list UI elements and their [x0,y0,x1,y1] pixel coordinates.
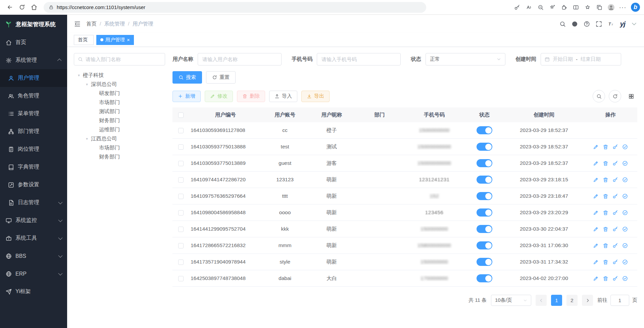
assign-role-icon[interactable] [622,177,628,183]
export-button[interactable]: 导出 [301,91,330,102]
edit-icon[interactable] [593,259,599,265]
delete-icon[interactable] [603,177,608,183]
delete-icon[interactable] [603,276,608,281]
reset-password-icon[interactable] [612,259,618,265]
show-search-button[interactable] [593,90,605,102]
edit-icon[interactable] [593,144,599,150]
delete-icon[interactable] [603,160,608,166]
reset-password-icon[interactable] [612,226,618,232]
tree-node[interactable]: 财务部门 [74,116,165,125]
delete-icon[interactable] [603,226,608,232]
assign-role-icon[interactable] [622,160,628,166]
tree-node[interactable]: 测试部门 [74,107,165,116]
row-checkbox[interactable] [178,276,184,281]
assign-role-icon[interactable] [622,243,628,248]
page-1-button[interactable]: 1 [551,295,562,306]
phone-input[interactable] [317,53,401,65]
edit-icon[interactable] [593,276,599,281]
sidebar-item[interactable]: 岗位管理 [0,140,67,158]
status-toggle[interactable] [477,258,492,266]
row-checkbox[interactable] [178,161,184,166]
assign-role-icon[interactable] [622,210,628,216]
assign-role-icon[interactable] [622,259,628,265]
browser-more-button[interactable]: ··· [617,2,628,13]
delete-icon[interactable] [603,193,608,199]
refresh-table-button[interactable] [609,90,621,102]
status-toggle[interactable] [477,241,492,249]
browser-refresh-button[interactable] [16,2,28,13]
sidebar-item[interactable]: 参数设置 [0,176,67,194]
status-select[interactable]: 正常 [426,53,505,65]
reset-password-icon[interactable] [612,144,618,150]
add-button[interactable]: 新增 [172,91,201,102]
reset-password-icon[interactable] [612,243,618,248]
assign-role-icon[interactable] [622,144,628,150]
tree-node[interactable]: ▾ 江西总公司 [74,134,165,143]
search-button[interactable]: 搜索 [172,71,202,84]
status-toggle[interactable] [477,208,492,217]
edit-icon[interactable] [593,193,599,199]
reset-password-icon[interactable] [612,210,618,216]
bing-icon[interactable]: b [631,3,640,12]
next-page-button[interactable] [582,295,593,306]
tab[interactable]: 首页 [74,35,94,45]
sidebar-item[interactable]: 角色管理 [0,87,67,105]
collections-button[interactable] [594,2,605,13]
read-aloud-button[interactable] [523,2,534,13]
zoom-out-button[interactable] [535,2,546,13]
tree-node[interactable]: 市场部门 [74,143,165,152]
row-checkbox[interactable] [178,194,184,199]
status-toggle[interactable] [477,126,492,134]
delete-icon[interactable] [603,259,608,265]
row-checkbox[interactable] [178,260,184,265]
status-toggle[interactable] [477,159,492,167]
status-toggle[interactable] [477,192,492,200]
extensions-button[interactable] [558,2,569,13]
date-range-picker[interactable]: 开始日期 - 结束日期 [541,53,621,65]
status-toggle[interactable] [477,176,492,184]
department-search-input[interactable] [86,56,161,62]
tree-node[interactable]: 研发部门 [74,89,165,98]
assign-role-icon[interactable] [622,276,628,281]
sidebar-item[interactable]: 菜单管理 [0,105,67,123]
tree-node[interactable]: 市场部门 [74,98,165,107]
row-checkbox[interactable] [178,243,184,248]
edit-button[interactable]: 修改 [205,91,233,102]
sidebar-item[interactable]: BBS [0,247,67,265]
browser-profile-avatar[interactable] [605,2,616,13]
tree-node[interactable]: 财务部门 [74,152,165,161]
row-checkbox[interactable] [178,177,184,183]
tree-node[interactable]: 运维部门 [74,125,165,134]
sidebar-item[interactable]: ERP [0,265,67,283]
reset-password-icon[interactable] [612,177,618,183]
address-bar[interactable]: https://ccnetcore.com:1101/system/user [44,2,426,13]
browser-back-button[interactable] [4,2,15,13]
row-checkbox[interactable] [178,144,184,150]
edit-icon[interactable] [593,160,599,166]
select-all-checkbox[interactable] [178,112,184,118]
delete-icon[interactable] [603,210,608,216]
reset-password-icon[interactable] [612,276,618,281]
breadcrumb-item[interactable]: 系统管理 [104,20,125,28]
add-favorite-button[interactable] [547,2,558,13]
delete-icon[interactable] [603,243,608,248]
tab[interactable]: 用户管理 × [96,35,134,45]
page-size-select[interactable]: 10条/页 [491,295,531,306]
reset-password-icon[interactable] [612,160,618,166]
sidebar-item[interactable]: 部门管理 [0,123,67,140]
column-settings-button[interactable] [625,90,637,102]
sidebar-item[interactable]: 系统管理 [0,51,67,69]
sidebar-item[interactable]: 系统监控 [0,212,67,229]
page-2-button[interactable]: 2 [566,295,578,306]
font-size-icon[interactable]: TT [608,21,614,27]
header-search-icon[interactable] [559,21,566,27]
sidebar-toggle-icon[interactable] [74,20,81,28]
sidebar-item[interactable]: Yi框架 [0,283,67,300]
row-checkbox[interactable] [178,128,184,133]
browser-home-button[interactable] [28,2,40,13]
chevron-down-icon[interactable] [631,21,637,27]
delete-button[interactable]: 删除 [237,91,265,102]
edit-icon[interactable] [593,177,599,183]
prev-page-button[interactable] [536,295,547,306]
row-checkbox[interactable] [178,227,184,232]
